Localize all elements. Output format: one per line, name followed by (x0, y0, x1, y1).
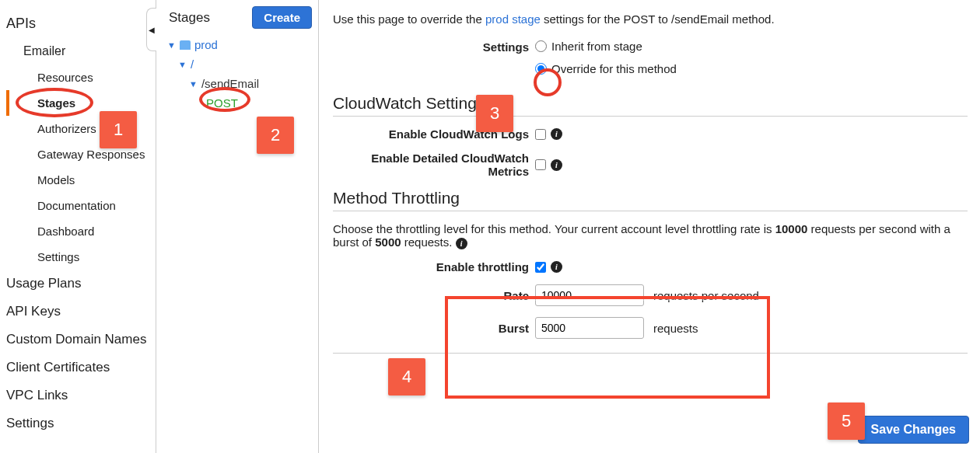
cw-metrics-checkbox[interactable] (535, 159, 546, 170)
prod-stage-link[interactable]: prod stage (485, 12, 541, 26)
sidebar-item-api-keys[interactable]: API Keys (6, 298, 156, 326)
sidebar-item-stages[interactable]: Stages (6, 90, 156, 116)
sidebar-item-resources[interactable]: Resources (6, 64, 156, 90)
sidebar-item-gateway-responses[interactable]: Gateway Responses (6, 141, 156, 167)
sidebar-item-dashboard[interactable]: Dashboard (6, 218, 156, 244)
radio-override-input[interactable] (535, 63, 547, 75)
main-content: Use this page to override the prod stage… (319, 0, 980, 453)
rate-unit: requests per second (653, 289, 759, 302)
burst-label: Burst (333, 322, 535, 335)
burst-unit: requests (653, 322, 698, 335)
rate-label: Rate (333, 289, 535, 302)
sidebar-item-models[interactable]: Models (6, 167, 156, 193)
intro-text: Use this page to override the prod stage… (333, 12, 968, 26)
settings-label: Settings (333, 40, 535, 54)
burst-input[interactable] (535, 317, 644, 339)
divider (333, 116, 968, 117)
stages-panel: ◀ Stages Create ▼ prod ▼ / ▼ /sendEmail … (156, 0, 319, 453)
enable-throttling-label: Enable throttling (333, 260, 535, 274)
info-icon[interactable]: i (551, 159, 562, 171)
sidebar-item-api-settings[interactable]: Settings (6, 244, 156, 270)
cw-logs-label: Enable CloudWatch Logs (333, 127, 535, 141)
stages-tree: ▼ prod ▼ / ▼ /sendEmail POST (163, 35, 312, 113)
left-sidebar: APIs Emailer Resources Stages Authorizer… (0, 0, 156, 453)
save-changes-button[interactable]: Save Changes (858, 416, 969, 444)
collapse-handle[interactable]: ◀ (146, 8, 156, 51)
sidebar-item-custom-domain[interactable]: Custom Domain Names (6, 326, 156, 354)
enable-throttling-checkbox[interactable] (535, 262, 546, 273)
cloudwatch-heading: CloudWatch Settings (333, 94, 968, 113)
stage-icon (180, 40, 191, 50)
cw-logs-checkbox[interactable] (535, 129, 546, 140)
divider (333, 211, 968, 211)
throttling-paragraph: Choose the throttling level for this met… (333, 222, 968, 249)
create-button[interactable]: Create (252, 6, 312, 29)
stages-title: Stages (163, 10, 210, 26)
cw-metrics-label: Enable Detailed CloudWatch Metrics (333, 152, 535, 178)
rate-input[interactable] (535, 284, 644, 306)
caret-down-icon: ▼ (167, 40, 176, 50)
tree-node-root[interactable]: ▼ / (167, 54, 312, 74)
sidebar-item-authorizers[interactable]: Authorizers (6, 116, 156, 141)
sidebar-item-usage-plans[interactable]: Usage Plans (6, 270, 156, 298)
tree-node-post[interactable]: POST (167, 93, 312, 113)
tree-node-sendemail[interactable]: ▼ /sendEmail (167, 74, 312, 93)
sidebar-item-vpc-links[interactable]: VPC Links (6, 382, 156, 409)
divider (333, 353, 968, 354)
radio-inherit-input[interactable] (535, 40, 547, 52)
info-icon[interactable]: i (551, 261, 562, 273)
caret-down-icon: ▼ (178, 60, 187, 69)
radio-override[interactable]: Override for this method (535, 62, 677, 75)
throttling-heading: Method Throttling (333, 189, 968, 207)
sidebar-item-documentation[interactable]: Documentation (6, 193, 156, 218)
radio-inherit[interactable]: Inherit from stage (535, 40, 677, 53)
info-icon[interactable]: i (551, 128, 562, 140)
sidebar-item-settings[interactable]: Settings (6, 409, 156, 437)
sidebar-api-name[interactable]: Emailer (6, 38, 156, 64)
sidebar-title: APIs (6, 11, 156, 38)
sidebar-item-client-certificates[interactable]: Client Certificates (6, 354, 156, 382)
tree-node-prod[interactable]: ▼ prod (167, 35, 312, 54)
info-icon[interactable]: i (456, 238, 467, 249)
caret-down-icon: ▼ (189, 79, 198, 89)
